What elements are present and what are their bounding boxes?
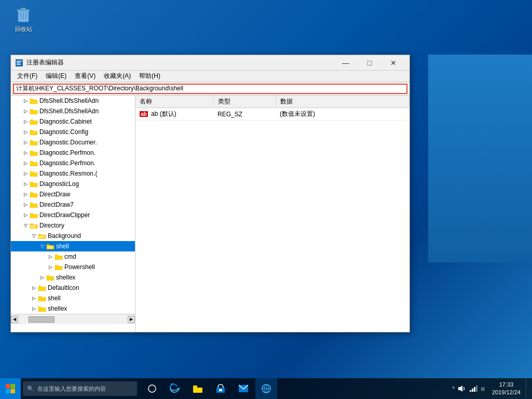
svg-rect-27 <box>474 387 475 392</box>
desktop: 回收站 注册表编辑器 — □ ✕ 文件(F) 编辑(E) 查看(V) 收藏夹 <box>0 0 532 399</box>
tree-item-shellex-bg[interactable]: ▷ shellex <box>11 272 135 283</box>
folder-icon <box>54 253 63 260</box>
expand-icon: ▷ <box>21 211 30 219</box>
tree-label-background: Background <box>48 232 81 240</box>
task-view-button[interactable] <box>141 378 163 399</box>
expand-icon: ▷ <box>21 138 30 147</box>
store-button[interactable] <box>210 378 231 399</box>
minimize-button[interactable]: — <box>334 55 358 71</box>
svg-rect-2 <box>21 8 26 10</box>
window-controls: — □ ✕ <box>334 55 405 71</box>
side-panel-decoration <box>428 55 532 262</box>
registry-editor-window: 注册表编辑器 — □ ✕ 文件(F) 编辑(E) 查看(V) 收藏夹(A) 帮助… <box>10 55 410 332</box>
maximize-button[interactable]: □ <box>358 55 381 71</box>
edge-icon <box>170 383 180 394</box>
scroll-right-btn[interactable]: ▶ <box>128 316 135 323</box>
tree-item-diagnostic-documer[interactable]: ▷ Diagnostic.Documer. <box>11 137 135 148</box>
tree-item-directdrawclipper[interactable]: ▷ DirectDrawClipper <box>11 210 135 220</box>
system-tray: ^ ⊞ <box>450 385 487 392</box>
file-explorer-icon <box>193 384 203 393</box>
svg-rect-18 <box>219 389 222 391</box>
tree-label: DfsShell.DfsShellAdn <box>39 108 99 115</box>
tree-label: DiagnosticLog <box>39 180 79 188</box>
tree-item-diagnostic-perfmon2[interactable]: ▷ Diagnostic.Perfmon. <box>11 158 135 168</box>
tree-item-powershell[interactable]: ▷ Powershell <box>11 262 135 272</box>
tree-label-defaulticon: DefaultIcon <box>48 284 79 291</box>
recycle-bin-icon[interactable]: 回收站 <box>8 5 39 33</box>
tree-item-shell-dir[interactable]: ▷ shell <box>11 293 135 303</box>
tree-label: Diagnostic.Perfmon. <box>39 149 96 156</box>
folder-icon <box>54 263 63 271</box>
tree-item-shell[interactable]: ▽ shell <box>11 241 135 251</box>
edge-browser-button[interactable] <box>164 378 186 399</box>
tree-item-diagnosticlog[interactable]: ▷ DiagnosticLog <box>11 179 135 189</box>
svg-rect-8 <box>17 62 20 63</box>
svg-rect-16 <box>193 388 202 393</box>
svg-rect-13 <box>11 389 16 394</box>
folder-icon <box>46 274 54 281</box>
start-button[interactable] <box>0 378 21 399</box>
tree-item-dfsshell2[interactable]: ▷ DfsShell.DfsShellAdn <box>11 106 135 116</box>
tree-label: Diagnostic.Cabinet <box>39 118 92 125</box>
tree-item-defaulticon[interactable]: ▷ DefaultIcon <box>11 283 135 293</box>
menu-help[interactable]: 帮助(H) <box>135 71 165 82</box>
network-icon <box>261 383 271 394</box>
file-explorer-button[interactable] <box>187 378 209 399</box>
tree-item-diagnostic-config[interactable]: ▷ Diagnostic.Config <box>11 127 135 137</box>
mail-button[interactable] <box>233 378 254 399</box>
tree-item-cmd[interactable]: ▷ cmd <box>11 251 135 262</box>
folder-icon-selected <box>46 243 54 250</box>
expand-icon: ▷ <box>21 180 30 188</box>
close-button[interactable]: ✕ <box>381 55 405 71</box>
tray-chevron[interactable]: ^ <box>452 386 455 392</box>
win-watermark: ⊞ <box>481 386 485 392</box>
tree-item-diagnostic-cabinet[interactable]: ▷ Diagnostic.Cabinet <box>11 116 135 127</box>
col-type: 类型 <box>213 96 276 108</box>
address-bar <box>11 82 410 96</box>
expand-icon: ▷ <box>30 304 38 313</box>
tree-item-diagnostic-resmon[interactable]: ▷ Diagnostic.Resmon.( <box>11 168 135 179</box>
expand-icon: ▷ <box>46 252 54 261</box>
menu-favorites[interactable]: 收藏夹(A) <box>100 71 135 82</box>
tree-label-shellex-bg: shellex <box>56 274 75 281</box>
folder-icon <box>30 128 38 136</box>
tree-label-shell: shell <box>56 243 69 250</box>
table-row[interactable]: ab ab (默认) REG_SZ (数值未设置) <box>135 108 410 121</box>
expand-icon: ▷ <box>46 263 54 271</box>
menu-file[interactable]: 文件(F) <box>13 71 42 82</box>
tree-item-dfsshell1[interactable]: ▷ DfsShell.DfsShellAdn <box>11 96 135 106</box>
menu-edit[interactable]: 编辑(E) <box>42 71 71 82</box>
scroll-left-btn[interactable]: ◀ <box>11 316 18 323</box>
main-content: ▷ DfsShell.DfsShellAdn ▷ DfsShell.DfsShe… <box>11 96 410 332</box>
tree-label: Diagnostic.Config <box>39 128 88 136</box>
tree-item-directdraw[interactable]: ▷ DirectDraw <box>11 189 135 200</box>
speaker-icon[interactable] <box>458 385 466 392</box>
folder-icon <box>30 211 38 219</box>
address-input[interactable] <box>13 84 407 94</box>
tree-label: DfsShell.DfsShellAdn <box>39 97 99 104</box>
tree-label: Diagnostic.Perfmon. <box>39 159 96 167</box>
tree-item-background[interactable]: ▽ Background <box>11 231 135 241</box>
expand-icon: ▷ <box>30 294 38 302</box>
tree-item-diagnostic-perfmon1[interactable]: ▷ Diagnostic.Perfmon. <box>11 148 135 158</box>
tree-item-shellex-dir[interactable]: ▷ shellex <box>11 303 135 314</box>
folder-icon <box>38 295 46 302</box>
tree-item-directory[interactable]: ▽ Directory <box>11 220 135 231</box>
h-scrollbar-thumb[interactable] <box>29 316 54 323</box>
tree-label-cmd: cmd <box>64 253 76 260</box>
tree-panel[interactable]: ▷ DfsShell.DfsShellAdn ▷ DfsShell.DfsShe… <box>11 96 135 332</box>
network-icon-tray[interactable] <box>469 385 478 392</box>
taskbar-clock[interactable]: 17:33 2019/12/24 <box>489 381 524 397</box>
tree-item-directdraw7[interactable]: ▷ DirectDraw7 <box>11 200 135 210</box>
network-button[interactable] <box>255 378 277 399</box>
expand-icon: ▷ <box>21 159 30 167</box>
tree-label-shell-dir: shell <box>48 295 61 302</box>
folder-icon <box>30 159 38 167</box>
expand-icon: ▷ <box>30 284 38 292</box>
taskbar-right: ^ ⊞ 17:33 2019/12/24 <box>450 379 532 398</box>
expand-icon: ▷ <box>21 149 30 157</box>
folder-icon <box>30 191 38 198</box>
taskbar-search[interactable]: 🔍 在这里输入您要搜索的内容 <box>23 381 137 396</box>
show-desktop-button[interactable] <box>526 379 529 398</box>
menu-view[interactable]: 查看(V) <box>71 71 100 82</box>
